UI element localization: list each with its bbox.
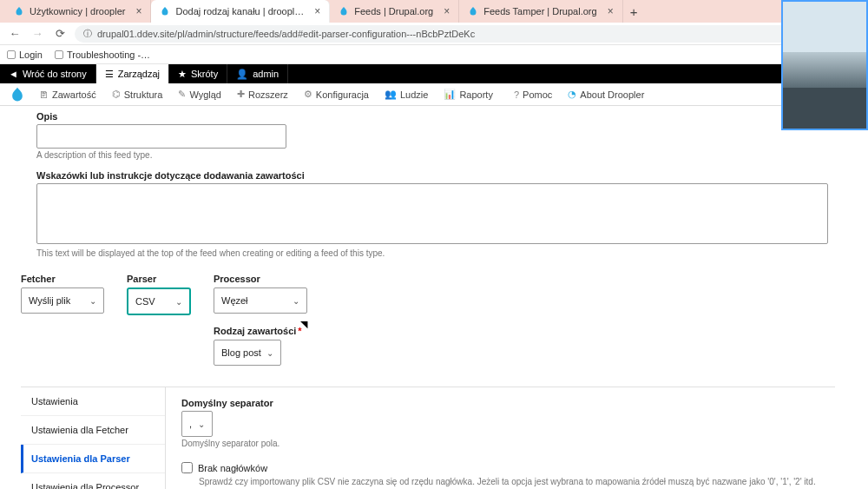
close-icon[interactable]: × — [135, 5, 141, 17]
submenu-structure[interactable]: ⌬Struktura — [104, 89, 171, 100]
submenu-help[interactable]: ?Pomoc — [506, 89, 560, 100]
tab-title: Feeds Tamper | Drupal.org — [483, 6, 596, 17]
submenu-extend[interactable]: ✚Rozszerz — [229, 89, 296, 100]
noheaders-label: Brak nagłówków — [198, 463, 267, 473]
fetcher-value: Wyślij plik — [29, 295, 70, 306]
back-arrow-icon: ◄ — [9, 69, 18, 79]
submenu-content[interactable]: 🖹Zawartość — [31, 89, 104, 100]
noheaders-row: Brak nagłówków — [181, 462, 819, 473]
vtab-ustawienia[interactable]: Ustawienia — [21, 387, 165, 416]
user-icon: 👤 — [236, 69, 248, 80]
sep-help: Domyślny separator pola. — [181, 439, 819, 448]
close-icon[interactable]: × — [314, 5, 320, 17]
toolbar-back[interactable]: ◄Wróć do strony — [0, 64, 96, 83]
toolbar-label: Zarządzaj — [118, 69, 160, 79]
wskazowki-help: This text will be displayed at the top o… — [36, 248, 835, 258]
submenu-label: Wygląd — [189, 89, 221, 100]
droopler-icon: ◔ — [568, 89, 576, 100]
vertical-tabs: Ustawienia Ustawienia dla Fetcher Ustawi… — [21, 387, 835, 489]
submenu-label: Raporty — [459, 89, 493, 100]
tab-0[interactable]: Użytkownicy | droopler × — [5, 0, 151, 23]
hamburger-icon: ☰ — [105, 69, 114, 80]
vtabs-body: Domyślny separator ,⌄ Domyślny separator… — [166, 387, 835, 489]
processor-select[interactable]: Węzeł⌄ — [214, 287, 307, 314]
vtab-parser[interactable]: Ustawienia dla Parser — [21, 445, 165, 473]
tab-title: Dodaj rodzaj kanału | droopl… — [175, 6, 304, 17]
bookmark-troubleshooting[interactable]: Troubleshooting -… — [55, 50, 150, 60]
parser-select[interactable]: CSV⌄ — [127, 287, 191, 315]
submenu-about[interactable]: ◔About Droopler — [560, 89, 652, 100]
toolbar-user[interactable]: 👤admin — [227, 64, 288, 83]
tab-title: Użytkownicy | droopler — [30, 6, 125, 17]
nav-forward[interactable]: → — [30, 27, 45, 40]
toolbar-manage[interactable]: ☰Zarządzaj — [96, 64, 169, 83]
close-icon[interactable]: × — [444, 5, 450, 17]
fetcher-label: Fetcher — [21, 274, 104, 284]
col-parser: Parser CSV⌄ — [127, 274, 191, 366]
submenu-label: Konfiguracja — [316, 89, 369, 100]
drupal-icon — [160, 6, 170, 17]
submenu-label: About Droopler — [580, 89, 644, 100]
noheaders-checkbox[interactable] — [181, 462, 193, 473]
people-icon: 👥 — [385, 89, 397, 100]
help-icon: ? — [514, 89, 519, 100]
mouse-cursor: ◥ — [300, 319, 307, 330]
main-content: Opis A description of this feed type. Ws… — [0, 106, 868, 489]
opis-input[interactable] — [36, 124, 286, 149]
chart-icon: 📊 — [444, 89, 456, 100]
file-icon: 🖹 — [39, 89, 49, 100]
chevron-down-icon: ⌄ — [293, 296, 299, 306]
submenu-reports[interactable]: 📊Raporty — [436, 89, 501, 100]
field-opis: Opis A description of this feed type. — [36, 111, 835, 160]
puzzle-icon: ✚ — [237, 89, 245, 100]
nav-reload[interactable]: ⟳ — [52, 27, 68, 40]
wskazowki-textarea[interactable] — [36, 183, 828, 244]
separator-select[interactable]: ,⌄ — [181, 411, 213, 437]
sep-label: Domyślny separator — [181, 398, 819, 408]
submenu-config[interactable]: ⚙Konfiguracja — [296, 89, 377, 100]
toolbar-label: admin — [253, 69, 279, 79]
toolbar-shortcuts[interactable]: ★Skróty — [169, 64, 227, 83]
opis-label: Opis — [36, 111, 835, 122]
close-icon[interactable]: × — [608, 5, 614, 17]
tab-3[interactable]: Feeds Tamper | Drupal.org × — [459, 0, 622, 23]
submenu-appearance[interactable]: ✎Wygląd — [170, 89, 229, 100]
nav-back[interactable]: ← — [7, 27, 23, 40]
vtabs-nav: Ustawienia Ustawienia dla Fetcher Ustawi… — [21, 387, 166, 489]
submenu-people[interactable]: 👥Ludzie — [377, 89, 436, 100]
chevron-down-icon: ⌄ — [89, 296, 96, 306]
url-input[interactable]: ⓘ drupal01.ddev.site/pl/admin/structure/… — [75, 25, 861, 43]
drupal-icon — [339, 6, 349, 17]
rodzaj-value: Blog post — [221, 347, 261, 358]
vtab-fetcher[interactable]: Ustawienia dla Fetcher — [21, 416, 165, 445]
webcam-overlay — [781, 0, 868, 130]
col-fetcher: Fetcher Wyślij plik⌄ — [21, 274, 104, 366]
chevron-down-icon: ⌄ — [266, 348, 273, 358]
rodzaj-select[interactable]: Blog post⌄ — [214, 340, 281, 366]
parser-value: CSV — [135, 296, 155, 307]
chevron-down-icon: ⌄ — [175, 297, 182, 307]
structure-icon: ⌬ — [112, 89, 121, 100]
site-info-icon: ⓘ — [83, 28, 92, 40]
tab-2[interactable]: Feeds | Drupal.org × — [330, 0, 459, 23]
field-wskazowki: Wskazówki lub instrukcje dotyczące dodaw… — [36, 170, 835, 258]
tab-1[interactable]: Dodaj rodzaj kanału | droopl… × — [151, 0, 330, 23]
drupal-toolbar: ◄Wróć do strony ☰Zarządzaj ★Skróty 👤admi… — [0, 64, 868, 83]
address-bar: ← → ⟳ ⓘ drupal01.ddev.site/pl/admin/stru… — [0, 23, 868, 45]
vtab-processor[interactable]: Ustawienia dla Processor — [21, 473, 165, 489]
new-tab-button[interactable]: + — [623, 4, 645, 19]
noheaders-help: Sprawdź czy importowany plik CSV nie zac… — [199, 477, 819, 486]
submenu-label: Ludzie — [400, 89, 428, 100]
favicon-placeholder — [55, 50, 63, 59]
rodzaj-label: Rodzaj zawartości* — [214, 326, 307, 336]
opis-help: A description of this feed type. — [36, 150, 835, 160]
star-icon: ★ — [178, 69, 187, 80]
chevron-down-icon: ⌄ — [198, 420, 205, 429]
parser-label: Parser — [127, 274, 191, 284]
fetcher-select[interactable]: Wyślij plik⌄ — [21, 287, 104, 314]
bookmark-login[interactable]: Login — [7, 50, 43, 60]
drupal-logo-icon[interactable] — [9, 86, 26, 103]
gear-icon: ⚙ — [304, 89, 312, 100]
browser-tabs: Użytkownicy | droopler × Dodaj rodzaj ka… — [0, 0, 868, 23]
drupal-icon — [14, 6, 24, 17]
